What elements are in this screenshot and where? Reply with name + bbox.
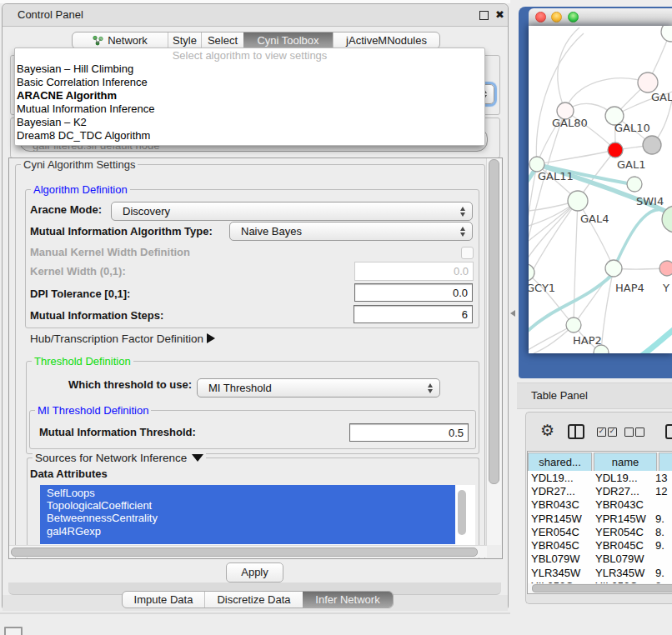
data-attributes-label: Data Attributes	[30, 468, 108, 480]
tab-network[interactable]: Network	[73, 32, 168, 48]
aracne-mode-combo[interactable]: Discovery	[111, 202, 473, 221]
algorithm-definition-title: Algorithm Definition	[31, 183, 130, 196]
aracne-mode-label: Aracne Mode:	[30, 203, 102, 216]
algorithm-option[interactable]: ARACNE Algorithm	[17, 89, 484, 102]
algorithm-option[interactable]: Bayesian – K2	[17, 116, 484, 129]
manual-kernel-checkbox[interactable]	[461, 247, 474, 259]
network-titlebar	[529, 8, 672, 26]
tab-impute-data[interactable]: Impute Data	[123, 592, 204, 608]
node-label: GAL10	[614, 122, 650, 134]
tab-discretize-data[interactable]: Discretize Data	[204, 592, 303, 608]
tab-jactivemnodules[interactable]: jActiveMNodules	[333, 32, 439, 48]
mi-type-combo[interactable]: Naive Bayes	[229, 222, 473, 241]
hub-expand-icon[interactable]	[207, 333, 215, 343]
algorithm-option[interactable]: Mutual Information Inference	[17, 102, 484, 116]
network-node-swi4[interactable]	[627, 177, 642, 192]
kernel-width-label: Kernel Width (0,1):	[30, 265, 126, 278]
network-edge[interactable]	[529, 111, 565, 268]
dock-panel-icon[interactable]	[4, 627, 23, 635]
settings-hscrollbar[interactable]	[9, 545, 487, 558]
network-edge[interactable]	[536, 33, 584, 164]
dpi-tolerance-field[interactable]: 0.0	[354, 283, 473, 302]
network-node-hap4[interactable]	[605, 260, 622, 277]
algorithm-option[interactable]: Dream8 DC_TDC Algorithm	[17, 129, 484, 142]
network-canvas[interactable]: GAL2GAL80GAL10GAL1GAL11GAL4SWI4HAP4YGCY1…	[529, 26, 672, 353]
gear-icon[interactable]: ⚙	[540, 422, 554, 438]
maximize-icon[interactable]	[479, 11, 489, 20]
table-row[interactable]: YBL079WYBL079W	[528, 552, 672, 566]
table-toolbar: ⚙ ✓ ✓	[526, 412, 672, 450]
attribute-item[interactable]: TopologicalCoefficient	[40, 499, 455, 512]
attribute-item[interactable]: BetweennessCentrality	[40, 512, 455, 524]
tab-style[interactable]: Style	[168, 32, 201, 48]
select-all-checks-icon[interactable]: ✓ ✓	[597, 428, 617, 436]
traffic-close-icon[interactable]	[535, 12, 546, 22]
traffic-minimize-icon[interactable]	[551, 12, 562, 22]
node-label: SWI4	[636, 195, 664, 208]
network-node[interactable]	[643, 136, 661, 154]
algorithm-dropdown: Select algorithm to view settings Bayesi…	[14, 48, 485, 146]
window-shadow-line	[0, 612, 510, 614]
mi-threshold-field[interactable]: 0.5	[349, 423, 469, 442]
mi-type-value: Naive Bayes	[241, 222, 302, 240]
table-hscrollbar[interactable]	[528, 583, 672, 593]
listbox-scrollbar[interactable]	[458, 490, 466, 535]
unselect-all-checks-icon[interactable]	[624, 428, 644, 436]
which-threshold-label: Which threshold to use:	[68, 378, 192, 391]
settings-scrollpane: Cyni Algorithm Settings Algorithm Defini…	[8, 158, 503, 559]
table-row[interactable]: YER054CYER054C8.	[528, 525, 672, 538]
control-panel-title: Control Panel	[18, 8, 83, 21]
algorithm-list: Bayesian – Hill ClimbingBasic Correlatio…	[15, 62, 484, 142]
attribute-item[interactable]: SelfLoops	[40, 487, 455, 499]
kernel-width-field[interactable]: 0.0	[354, 262, 474, 281]
network-edge-highlighted[interactable]	[640, 328, 672, 353]
node-label: HAP2	[573, 334, 602, 347]
node-label: Y	[662, 282, 669, 294]
node-label: HAP4	[615, 282, 644, 294]
cyni-settings-title: Cyni Algorithm Settings	[21, 158, 138, 171]
table-mode-icon[interactable]	[665, 424, 672, 439]
column-header[interactable]: shared...	[528, 452, 592, 472]
columns-icon[interactable]	[568, 424, 584, 439]
manual-kernel-label: Manual Kernel Width Definition	[30, 246, 190, 258]
dpi-tolerance-label: DPI Tolerance [0,1]:	[30, 288, 130, 300]
network-node-hap2[interactable]	[566, 318, 581, 332]
mi-steps-field[interactable]: 6	[354, 305, 473, 323]
settings-vscrollbar[interactable]	[486, 158, 501, 545]
bottom-tabs: Impute DataDiscretize DataInfer Network	[122, 591, 394, 608]
control-panel-tabs: NetworkStyleSelectCyni ToolboxjActiveMNo…	[72, 32, 440, 49]
which-threshold-combo[interactable]: MI Threshold	[197, 378, 440, 398]
close-icon[interactable]: ✖	[495, 8, 504, 21]
table-row[interactable]: YPR145WYPR145W9.	[528, 512, 672, 525]
network-node[interactable]	[661, 26, 672, 42]
table-row[interactable]: YDR27...YDR27...12	[528, 484, 672, 498]
network-node-y[interactable]	[659, 261, 672, 276]
attribute-item[interactable]: gal4RGexp	[40, 525, 455, 538]
column-header[interactable]: name	[594, 452, 657, 472]
network-node-gal1[interactable]	[608, 142, 623, 158]
network-node-gal2[interactable]	[638, 72, 658, 92]
tab-cyni-toolbox[interactable]: Cyni Toolbox	[243, 32, 333, 48]
splitter-handle[interactable]	[510, 310, 515, 317]
algorithm-option[interactable]: Bayesian – Hill Climbing	[17, 62, 484, 76]
collapse-icon	[192, 454, 203, 462]
table-row[interactable]: YDL19...YDL19...13	[528, 471, 672, 484]
mi-threshold-label: Mutual Information Threshold:	[39, 426, 196, 438]
table-row[interactable]: YLR345WYLR345W9.	[528, 566, 672, 579]
network-edge[interactable]	[578, 201, 614, 268]
traffic-zoom-icon[interactable]	[568, 12, 579, 22]
network-edge[interactable]	[574, 201, 578, 325]
tab-select[interactable]: Select	[201, 32, 243, 48]
algorithm-option[interactable]: Basic Correlation Inference	[17, 76, 484, 89]
table-row[interactable]: YBR045CYBR045C9.	[528, 538, 672, 552]
network-node-gal4[interactable]	[568, 191, 588, 211]
column-header[interactable]	[659, 452, 672, 472]
hub-section-label[interactable]: Hub/Transcription Factor Definition	[30, 332, 203, 345]
table-row[interactable]: YBR043CYBR043C	[528, 498, 672, 512]
table-panel-title: Table Panel	[531, 389, 588, 402]
control-panel-window: Control Panel ✖ NetworkStyleSelectCyni T…	[2, 3, 509, 611]
tab-infer-network[interactable]: Infer Network	[303, 592, 393, 608]
which-threshold-value: MI Threshold	[208, 379, 272, 397]
apply-button[interactable]: Apply	[226, 562, 283, 582]
network-edge[interactable]	[529, 268, 574, 325]
